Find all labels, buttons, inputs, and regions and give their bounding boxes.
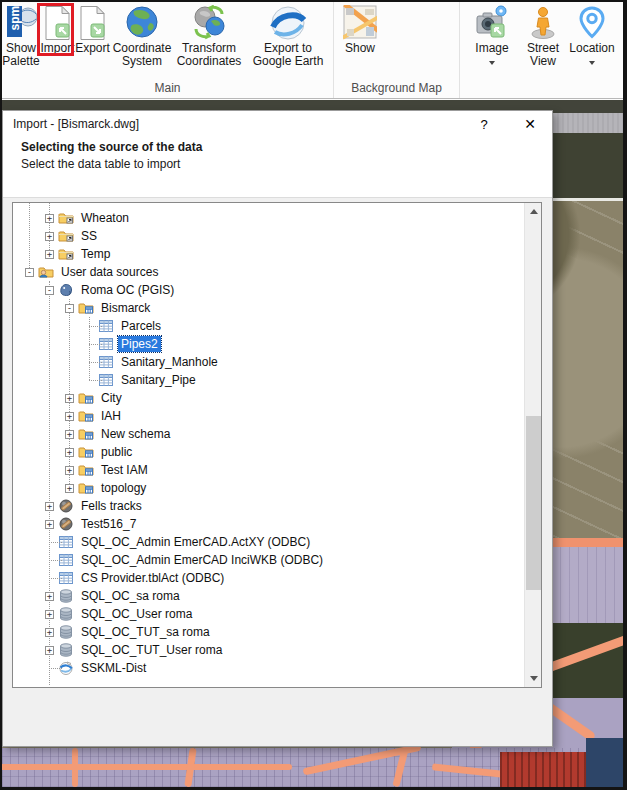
tree-item-ss[interactable]: + SS [13, 227, 524, 245]
tree-item-bismarck[interactable]: - Bismarck [13, 299, 524, 317]
expand-toggle-icon[interactable]: + [45, 214, 54, 223]
tree-item-sql-oc-sa-roma[interactable]: + SQL_OC_sa roma [13, 587, 524, 605]
tree-item-new-schema[interactable]: + New schema [13, 425, 524, 443]
tree-item-public[interactable]: + public [13, 443, 524, 461]
export-button[interactable]: Export [75, 2, 110, 78]
show-palette-button[interactable]: spm ShowPalette [2, 2, 40, 78]
table-icon [98, 354, 114, 370]
location-dropdown-caret-icon [589, 61, 595, 65]
schema-folder-icon [78, 300, 94, 316]
image-camera-icon [474, 5, 510, 41]
scrollbar-thumb[interactable] [526, 416, 541, 590]
group-label-main: Main [2, 81, 333, 95]
export-document-icon [77, 5, 109, 41]
tree-item-sskml-dist[interactable]: SSKML-Dist [13, 659, 524, 677]
import-dialog: Import - [Bismarck.dwg] ? ✕ Selecting th… [2, 110, 553, 747]
group-label-background-map: Background Map [334, 81, 459, 95]
schema-folder-icon [78, 390, 94, 406]
google-earth-file-icon [58, 660, 74, 676]
folder-shortcut-icon [58, 228, 74, 244]
tree-item-fells-tracks[interactable]: + Fells tracks [13, 497, 524, 515]
tree-item-test516-7[interactable]: + Test516_7 [13, 515, 524, 533]
tree-item-sql-oc-tut-user-roma[interactable]: + SQL_OC_TUT_User roma [13, 641, 524, 659]
app-window: spm ShowPalette Import [0, 0, 627, 790]
ribbon-group-background-map: Show Hide [334, 2, 460, 98]
postgres-icon [58, 282, 74, 298]
scroll-down-arrow-icon[interactable] [525, 670, 542, 687]
tree-item-city[interactable]: + City [13, 389, 524, 407]
tree-item-test-iam[interactable]: + Test IAM [13, 461, 524, 479]
tree-item-topology[interactable]: + topology [13, 479, 524, 497]
expand-toggle-icon[interactable]: + [45, 610, 54, 619]
schema-folder-icon [78, 462, 94, 478]
background-map-show-button[interactable]: Show [340, 2, 380, 78]
transform-coordinates-button[interactable]: TransformCoordinates [174, 2, 244, 78]
ribbon-toolbar: spm ShowPalette Import [2, 2, 623, 99]
dialog-subheading: Select the data table to import [21, 157, 534, 171]
location-button[interactable]: Location [566, 2, 618, 78]
tracks-icon [58, 516, 74, 532]
dialog-help-button[interactable]: ? [468, 111, 500, 137]
expand-toggle-icon[interactable]: + [45, 628, 54, 637]
tree-item-sql-oc-tut-sa-roma[interactable]: + SQL_OC_TUT_sa roma [13, 623, 524, 641]
map-tile-icon [343, 5, 377, 41]
location-pin-icon [575, 5, 609, 41]
expand-toggle-icon[interactable]: + [65, 412, 74, 421]
table-icon [58, 534, 74, 550]
scroll-up-arrow-icon[interactable] [525, 203, 542, 220]
map-road [2, 764, 292, 770]
tree-item-pipes2-selected[interactable]: Pipes2 [13, 335, 524, 353]
pegman-icon [526, 5, 560, 41]
coordinate-system-button[interactable]: CoordinateSystem [110, 2, 174, 78]
google-earth-icon [269, 5, 307, 41]
spm-palette-icon: spm [4, 5, 38, 41]
expand-toggle-icon[interactable]: + [65, 394, 74, 403]
tree-item-sanitary-pipe[interactable]: Sanitary_Pipe [13, 371, 524, 389]
dialog-close-button[interactable]: ✕ [514, 111, 546, 137]
schema-folder-icon [78, 426, 94, 442]
table-icon [98, 372, 114, 388]
street-view-button[interactable]: StreetView [520, 2, 566, 78]
import-document-icon [42, 5, 74, 41]
schema-folder-icon [78, 408, 94, 424]
tree-item-user-data-sources[interactable]: - User data sources [13, 263, 524, 281]
data-source-tree: + Wheaton + SS + Temp - [12, 202, 542, 688]
tree-item-roma-oc-pgis[interactable]: - Roma OC (PGIS) [13, 281, 524, 299]
transform-globes-icon [191, 5, 227, 41]
tree-item-sql-oc-user-roma[interactable]: + SQL_OC_User roma [13, 605, 524, 623]
folder-shortcut-icon [58, 246, 74, 262]
image-button[interactable]: Image [468, 2, 516, 78]
tree-item-sanitary-manhole[interactable]: Sanitary_Manhole [13, 353, 524, 371]
expand-toggle-icon[interactable]: + [45, 592, 54, 601]
tree-scrollbar[interactable] [524, 203, 541, 687]
tree-item-sql-oc-admin-inciwkb[interactable]: SQL_OC_Admin EmerCAD InciWKB (ODBC) [13, 551, 524, 569]
expand-toggle-icon[interactable]: + [45, 502, 54, 511]
dialog-body: + Wheaton + SS + Temp - [3, 197, 552, 746]
collapse-toggle-icon[interactable]: - [25, 268, 34, 277]
collapse-toggle-icon[interactable]: - [65, 304, 74, 313]
tree-item-sql-oc-admin-actxy[interactable]: SQL_OC_Admin EmerCAD.ActXY (ODBC) [13, 533, 524, 551]
collapse-toggle-icon[interactable]: - [45, 286, 54, 295]
schema-folder-icon [78, 480, 94, 496]
tree-item-temp[interactable]: + Temp [13, 245, 524, 263]
tree-item-parcels[interactable]: Parcels [13, 317, 524, 335]
expand-toggle-icon[interactable]: + [45, 250, 54, 259]
expand-toggle-icon[interactable]: + [45, 646, 54, 655]
folder-shortcut-icon [58, 210, 74, 226]
expand-toggle-icon[interactable]: + [45, 232, 54, 241]
tree-item-iah[interactable]: + IAH [13, 407, 524, 425]
export-google-earth-button[interactable]: Export toGoogle Earth [244, 2, 332, 78]
expand-toggle-icon[interactable]: + [65, 466, 74, 475]
expand-toggle-icon[interactable]: + [65, 484, 74, 493]
tree-item-wheaton[interactable]: + Wheaton [13, 209, 524, 227]
tree-content: + Wheaton + SS + Temp - [13, 203, 524, 687]
tree-item-cs-provider-tblact[interactable]: CS Provider.tblAct (ODBC) [13, 569, 524, 587]
globe-icon [124, 5, 160, 41]
schema-folder-icon [78, 444, 94, 460]
map-red-parcels [500, 752, 586, 787]
import-button[interactable]: Import [40, 2, 75, 78]
svg-text:spm: spm [8, 6, 22, 31]
expand-toggle-icon[interactable]: + [65, 448, 74, 457]
expand-toggle-icon[interactable]: + [45, 520, 54, 529]
expand-toggle-icon[interactable]: + [65, 430, 74, 439]
